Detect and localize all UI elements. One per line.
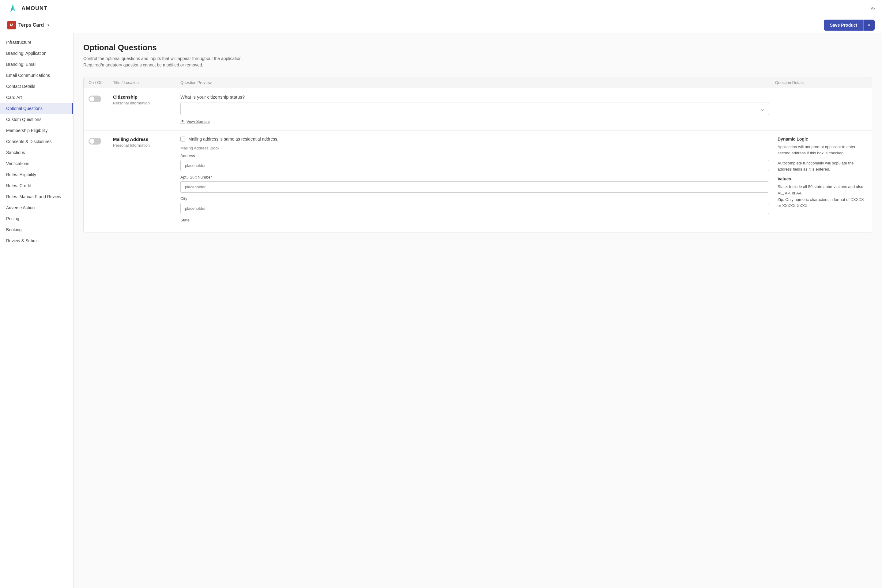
svg-marker-1 [10,4,13,12]
eye-icon: 👁 [180,119,184,124]
sidebar-item-booking[interactable]: Booking [0,224,73,235]
mailing-same-checkbox[interactable] [180,136,185,141]
view-sample-label: View Sample [186,119,210,124]
address-field-address: Address [180,153,769,171]
product-title-area: M Terps Card ▾ [8,21,49,29]
sidebar-item-contact-details[interactable]: Contact Details [0,81,73,92]
sidebar-item-branding-application[interactable]: Branding: Application [0,48,73,59]
main-layout: InfrastructureBranding: ApplicationBrand… [0,33,882,588]
sidebar-item-custom-questions[interactable]: Custom Questions [0,114,73,125]
sidebar-item-adverse-action[interactable]: Adverse Action [0,202,73,213]
page-description: Control the optional questions and input… [83,56,872,68]
citizenship-preview-cell: What is your citizenship status? ⌄ 👁 Vie… [180,94,775,124]
mailing-checkbox-row: Mailing address is same as residential a… [180,136,769,141]
sidebar-item-rules-eligibility[interactable]: Rules: Eligibility [0,169,73,180]
citizenship-label-cell: Citizenship Personal Information [113,94,180,105]
address-field-state: State [180,218,769,222]
select-chevron-icon: ⌄ [760,106,764,112]
address-input[interactable] [180,160,769,171]
logout-icon[interactable]: ⎋ [871,5,874,12]
citizenship-select-preview[interactable]: ⌄ [180,103,769,115]
sidebar-item-card-art[interactable]: Card Art [0,92,73,103]
mailing-location: Personal Information [113,143,177,148]
save-product-button[interactable]: Save Product [824,20,863,31]
header-question-preview: Question Preview [180,80,775,85]
sidebar-item-sanctions[interactable]: Sanctions [0,147,73,158]
header-title-location: Title / Location [113,80,180,85]
question-table-header: On / Off Title / Location Question Previ… [83,77,872,88]
address-label: Address [180,153,769,158]
amount-logo-icon [8,3,18,14]
mailing-label-cell: Mailing Address Personal Information [113,136,180,148]
sidebar-item-membership-eligibility[interactable]: Membership Eligibility [0,125,73,136]
save-button-group: Save Product ≡ [824,20,874,31]
sidebar-item-rules-manual-fraud[interactable]: Rules: Manual Fraud Review [0,191,73,202]
citizenship-toggle-cell [88,94,113,102]
product-dropdown-arrow[interactable]: ▾ [48,23,49,27]
sidebar-item-rules-credit[interactable]: Rules: Credit [0,180,73,191]
dynamic-logic-text2: Autocomplete functionality will populate… [778,160,867,172]
sidebar-item-consents-disclosures[interactable]: Consents & Disclosures [0,136,73,147]
address-field-apt: Apt / Suit Number [180,175,769,193]
header-question-details: Question Details [775,80,867,85]
product-name: Terps Card [18,22,44,28]
question-row-citizenship: Citizenship Personal Information What is… [83,88,872,130]
apt-label: Apt / Suit Number [180,175,769,180]
dynamic-logic-title: Dynamic Logic [778,136,867,141]
main-content: Optional Questions Control the optional … [74,33,882,588]
citizenship-location: Personal Information [113,101,177,105]
city-input[interactable] [180,203,769,214]
sidebar-item-optional-questions[interactable]: Optional Questions [0,103,73,114]
citizenship-preview-text: What is your citizenship status? [180,94,769,99]
mailing-preview-cell: Mailing address is same as residential a… [180,136,775,226]
product-icon: M [8,21,16,29]
app-logo-text: AMOUNT [21,5,48,12]
sidebar-item-branding-email[interactable]: Branding: Email [0,59,73,70]
logo-area: AMOUNT [8,3,48,14]
sidebar-item-pricing[interactable]: Pricing [0,213,73,224]
citizenship-title: Citizenship [113,94,177,99]
page-title: Optional Questions [83,43,872,52]
sidebar-item-verifications[interactable]: Verifications [0,158,73,169]
values-title: Values [778,176,867,181]
top-nav: AMOUNT ⎋ [0,0,882,17]
sidebar: InfrastructureBranding: ApplicationBrand… [0,33,74,588]
mailing-title: Mailing Address [113,136,177,142]
question-row-mailing-address: Mailing Address Personal Information Mai… [83,130,872,232]
mailing-details-cell: Dynamic Logic Application will not promp… [775,136,867,209]
address-block-label: Mailing Address Block [180,146,769,150]
sidebar-item-email-communications[interactable]: Email Communications [0,70,73,81]
mailing-checkbox-label: Mailing address is same as residential a… [188,136,278,141]
save-product-icon-button[interactable]: ≡ [863,20,874,31]
state-label: State [180,218,769,222]
mailing-toggle-cell [88,136,113,144]
address-field-city: City [180,196,769,214]
sub-nav: M Terps Card ▾ Save Product ≡ [0,17,882,33]
values-text: State: Include all 50 state abbreviation… [778,184,867,209]
dynamic-logic-text1: Application will not prompt applicant to… [778,144,867,156]
view-sample-link[interactable]: 👁 View Sample [180,119,210,124]
mailing-address-toggle[interactable] [88,138,101,144]
citizenship-toggle[interactable] [88,96,101,102]
save-menu-icon: ≡ [868,22,870,27]
sidebar-item-review-submit[interactable]: Review & Submit [0,235,73,246]
apt-input[interactable] [180,181,769,193]
city-label: City [180,196,769,201]
sidebar-item-infrastructure[interactable]: Infrastructure [0,37,73,48]
header-on-off: On / Off [88,80,113,85]
